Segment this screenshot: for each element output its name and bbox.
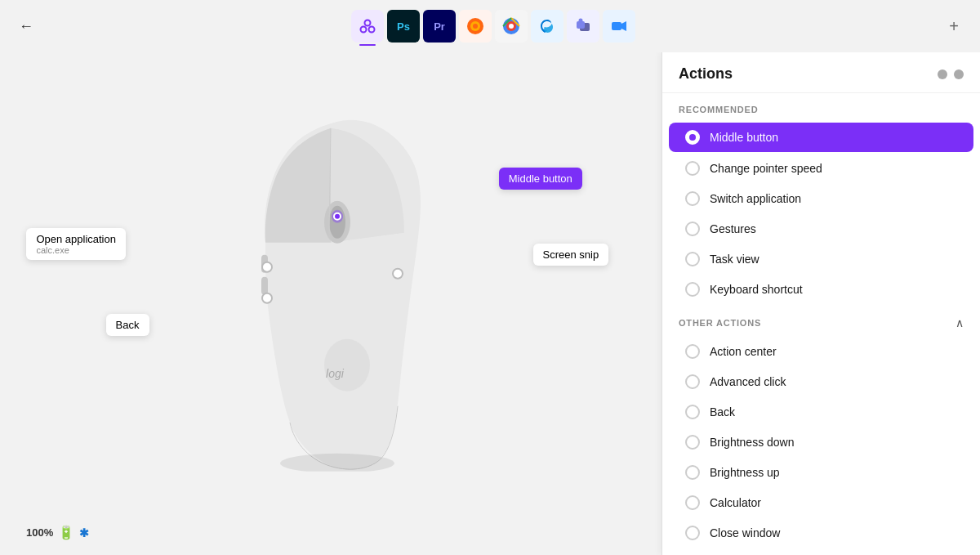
action-item-calculator[interactable]: Calculator (669, 488, 973, 517)
zoom-icon (609, 16, 629, 36)
radio-task-view (685, 252, 700, 266)
minimize-button[interactable]: − (938, 69, 947, 79)
radio-calculator (685, 495, 700, 510)
action-label-change-pointer-speed: Change pointer speed (710, 162, 822, 175)
action-item-brightness-down[interactable]: Brightness down (669, 427, 973, 457)
action-item-switch-application[interactable]: Switch application (669, 184, 973, 213)
svg-rect-12 (612, 22, 621, 30)
app-icon-edge[interactable] (531, 10, 564, 43)
window-controls: − × (938, 69, 964, 79)
radio-close-window (685, 526, 700, 540)
radio-action-center (685, 344, 700, 359)
middle-button-label: Middle button (499, 168, 582, 190)
svg-text:logi: logi (326, 366, 345, 379)
status-bar: 100% 🔋 ✱ (13, 518, 102, 547)
mouse-visualization-area: Open application calc.exe Middle button … (0, 52, 662, 555)
svg-point-23 (335, 213, 340, 218)
radio-keyboard-shortcut (685, 282, 700, 297)
svg-point-25 (262, 262, 272, 271)
svg-point-24 (393, 268, 403, 278)
ps-label: Ps (397, 20, 410, 33)
mouse-image: logi (216, 95, 445, 474)
screen-snip-text: Screen snip (543, 248, 599, 261)
action-item-change-pointer-speed[interactable]: Change pointer speed (669, 154, 973, 183)
radio-gestures (685, 222, 700, 236)
open-app-text: Open application (36, 233, 116, 245)
teams-icon (573, 16, 593, 36)
action-label-calculator: Calculator (710, 496, 761, 509)
add-app-button[interactable]: + (941, 13, 967, 39)
action-label-back: Back (710, 405, 735, 418)
actions-title: Actions (679, 65, 733, 83)
radio-brightness-down (685, 435, 700, 450)
logitech-icon (359, 17, 376, 35)
action-item-brightness-up[interactable]: Brightness up (669, 458, 973, 487)
svg-point-11 (579, 19, 583, 23)
app-icon-logitech-options[interactable] (351, 10, 384, 43)
action-label-middle-button: Middle button (710, 131, 778, 144)
mouse-svg: logi (216, 95, 445, 471)
radio-middle-button (685, 130, 700, 145)
action-item-task-view[interactable]: Task view (669, 244, 973, 274)
back-button[interactable]: ← (13, 13, 39, 39)
action-item-keyboard-shortcut[interactable]: Keyboard shortcut (669, 275, 973, 304)
action-item-back[interactable]: Back (669, 397, 973, 427)
middle-button-text: Middle button (509, 172, 572, 185)
action-label-switch-application: Switch application (710, 192, 801, 205)
radio-back (685, 405, 700, 419)
action-item-middle-button[interactable]: Middle button (669, 123, 973, 152)
action-item-close-window[interactable]: Close window (669, 518, 973, 548)
app-icon-teams[interactable] (567, 10, 599, 43)
svg-point-20 (324, 338, 370, 391)
action-item-advanced-click[interactable]: Advanced click (669, 367, 973, 396)
svg-point-26 (262, 293, 272, 302)
other-actions-section-label: OTHER ACTIONS (679, 318, 761, 328)
battery-icon: 🔋 (58, 525, 74, 540)
svg-point-2 (369, 27, 375, 33)
app-icon-chrome[interactable] (495, 10, 528, 43)
svg-point-5 (473, 24, 478, 29)
svg-rect-19 (261, 276, 268, 294)
radio-advanced-click (685, 374, 700, 389)
svg-point-1 (361, 27, 367, 33)
other-actions-header: OTHER ACTIONS ∧ (662, 305, 980, 336)
battery-percentage: 100% (26, 526, 53, 539)
action-label-brightness-down: Brightness down (710, 436, 795, 449)
action-item-gestures[interactable]: Gestures (669, 214, 973, 244)
plus-icon: + (949, 17, 959, 36)
actions-header: Actions − × (662, 52, 980, 93)
radio-brightness-up (685, 465, 700, 480)
action-label-close-window: Close window (710, 526, 780, 539)
action-label-task-view: Task view (710, 253, 760, 266)
app-icon-premiere[interactable]: Pr (423, 10, 456, 43)
svg-point-8 (509, 24, 514, 29)
main-content: Open application calc.exe Middle button … (0, 52, 980, 555)
pr-label: Pr (434, 20, 445, 33)
action-label-keyboard-shortcut: Keyboard shortcut (710, 283, 803, 296)
back-arrow-icon: ← (19, 18, 33, 35)
svg-marker-13 (621, 21, 626, 31)
top-bar: ← Ps Pr (0, 0, 980, 52)
action-item-action-center[interactable]: Action center (669, 337, 973, 366)
chrome-icon (501, 16, 521, 36)
action-item-copy[interactable]: Copy (669, 548, 973, 555)
back-text: Back (116, 319, 140, 331)
open-app-label: Open application calc.exe (26, 228, 126, 260)
action-label-action-center: Action center (710, 345, 777, 358)
action-label-gestures: Gestures (710, 222, 756, 235)
bluetooth-icon: ✱ (79, 526, 89, 539)
actions-panel: Actions − × RECOMMENDED Middle button Ch… (662, 52, 980, 555)
app-icon-photoshop[interactable]: Ps (387, 10, 420, 43)
close-button[interactable]: × (954, 69, 964, 79)
actions-scroll-area[interactable]: RECOMMENDED Middle button Change pointer… (662, 93, 980, 555)
back-label: Back (106, 314, 149, 336)
app-icon-firefox[interactable] (459, 10, 492, 43)
chevron-up-icon[interactable]: ∧ (956, 316, 964, 329)
radio-switch-application (685, 191, 700, 206)
app-icon-zoom[interactable] (603, 10, 635, 43)
firefox-icon (466, 16, 485, 36)
action-label-advanced-click: Advanced click (710, 375, 786, 388)
edge-icon (537, 16, 557, 36)
action-label-brightness-up: Brightness up (710, 466, 780, 479)
screen-snip-label: Screen snip (533, 244, 609, 266)
